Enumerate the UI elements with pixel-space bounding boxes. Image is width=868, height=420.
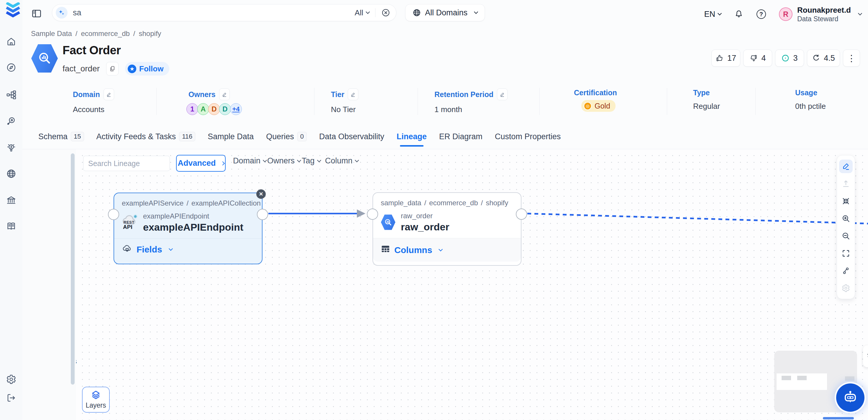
user-name: Rounakpreet.d (797, 5, 851, 15)
tab-schema[interactable]: Schema15 (38, 127, 84, 146)
sidebar-toggle-icon[interactable] (31, 8, 42, 19)
version-button[interactable]: 4.5 (807, 50, 840, 67)
downvote-button[interactable]: 4 (743, 50, 772, 67)
chevron-down-icon (718, 11, 722, 16)
edit-domain-icon[interactable] (103, 88, 114, 100)
global-search-bar[interactable]: All (52, 4, 396, 21)
edge-widget-card[interactable] (863, 346, 868, 367)
edit-owners-icon[interactable] (219, 88, 230, 100)
lineage-canvas[interactable]: Tables Dashboards Topics ML Models Conta… (23, 149, 868, 420)
upvote-button[interactable]: 17 (711, 50, 740, 67)
owner-avatar[interactable]: D (208, 103, 220, 115)
breadcrumb-link[interactable]: Sample Data (31, 30, 72, 38)
search-clear-icon[interactable] (381, 8, 390, 17)
user-avatar[interactable]: R (779, 7, 793, 21)
help-icon[interactable]: ? (756, 9, 766, 19)
search-input[interactable] (73, 8, 355, 18)
info-owners: Owners 1 A D D +4 (157, 88, 314, 115)
entity-drag-panel (23, 149, 76, 420)
export-lineage-button[interactable] (837, 175, 855, 192)
chevron-down-icon (474, 10, 478, 14)
zoom-out-button[interactable] (837, 227, 855, 244)
filter-tag-dropdown[interactable]: Tag (302, 156, 320, 166)
follow-button[interactable]: ★ Follow (125, 62, 169, 76)
glossary-book-icon[interactable] (5, 220, 18, 233)
table-grid-icon (381, 244, 390, 256)
lineage-node-exampleapiendpoint[interactable]: ✕ exampleAPIService/exampleAPICollection… (114, 192, 262, 264)
lineage-flow-icon[interactable] (5, 88, 18, 101)
assistant-chat-button[interactable] (836, 384, 864, 412)
node-breadcrumb: sample_data/ecommerce_db/shopify (373, 193, 521, 207)
edit-lineage-button[interactable] (837, 157, 855, 175)
explore-compass-icon[interactable] (5, 61, 18, 74)
lineage-search-input[interactable] (88, 159, 183, 168)
owner-avatar-more[interactable]: +4 (230, 103, 242, 115)
domains-globe-icon[interactable] (5, 168, 18, 180)
lineage-node-raw-order[interactable]: sample_data/ecommerce_db/shopify raw_ord… (373, 192, 522, 266)
zoom-in-button[interactable] (837, 210, 855, 227)
observability-search-icon[interactable] (5, 115, 18, 127)
api-cloud-icon (122, 244, 132, 254)
tab-sample-data[interactable]: Sample Data (208, 127, 254, 146)
layers-button[interactable]: Layers (82, 387, 110, 413)
breadcrumb-separator: / (75, 30, 78, 38)
tab-er-diagram[interactable]: ER Diagram (439, 127, 483, 146)
breadcrumb-link[interactable]: ecommerce_db (81, 30, 129, 38)
node-handle-left[interactable] (367, 209, 378, 220)
settings-gear-icon[interactable] (5, 373, 18, 386)
notifications-bell-icon[interactable] (734, 9, 744, 19)
more-actions-button[interactable]: ⋮ (843, 50, 860, 67)
app-logo[interactable] (6, 2, 20, 20)
ai-sparkle-icon (56, 7, 67, 19)
chevron-right-icon (220, 161, 224, 165)
tab-lineage[interactable]: Lineage (397, 127, 427, 146)
user-menu[interactable]: R Rounakpreet.d Data Steward (779, 5, 862, 23)
insights-bulb-icon[interactable] (5, 142, 18, 154)
govern-bank-icon[interactable] (5, 194, 18, 206)
home-icon[interactable] (5, 35, 18, 48)
minimap-node (797, 376, 807, 380)
all-domains-button[interactable]: All Domains (405, 4, 485, 21)
connect-nodes-button[interactable] (837, 262, 855, 279)
lineage-toolbar-right (837, 155, 855, 299)
chevron-down-icon (858, 11, 862, 16)
tab-queries[interactable]: Queries0 (266, 127, 307, 146)
node-name: raw_order (401, 221, 449, 233)
edit-retention-icon[interactable] (497, 88, 507, 100)
logout-icon[interactable] (5, 392, 18, 404)
fit-view-button[interactable] (837, 244, 855, 262)
panel-scrollbar[interactable] (71, 153, 74, 385)
info-tier: Tier No Tier (314, 88, 418, 115)
certification-badge: ◎ Gold (581, 100, 616, 112)
node-handle-right[interactable] (257, 209, 268, 220)
owner-avatar[interactable]: D (219, 103, 231, 115)
search-scope-dropdown[interactable]: All (355, 8, 369, 18)
advanced-filter-button[interactable]: Advanced (176, 155, 226, 172)
lineage-settings-button[interactable] (837, 279, 855, 297)
filter-column-dropdown[interactable]: Column (325, 156, 358, 166)
filter-domain-dropdown[interactable]: Domain (233, 156, 266, 166)
owner-avatar[interactable]: 1 (186, 103, 198, 115)
page-title: Fact Order (63, 44, 121, 57)
collapse-view-button[interactable] (837, 192, 855, 210)
lineage-search-box[interactable] (83, 156, 170, 171)
tasks-button[interactable]: 3 (775, 50, 804, 67)
node-columns-expander[interactable]: Columns (373, 238, 521, 262)
filter-owners-dropdown[interactable]: Owners (267, 156, 301, 166)
minimap-node (845, 376, 855, 381)
node-fields-expander[interactable]: Fields (114, 238, 262, 261)
owner-avatar[interactable]: A (197, 103, 209, 115)
copy-icon[interactable] (106, 62, 119, 76)
canvas-horizontal-scrollbar[interactable] (823, 417, 854, 419)
tab-data-observability[interactable]: Data Observability (319, 127, 384, 146)
tab-activity-feeds[interactable]: Activity Feeds & Tasks116 (96, 127, 195, 146)
edit-tier-icon[interactable] (348, 88, 358, 100)
node-handle-right[interactable] (516, 209, 527, 220)
table-service-icon (31, 44, 58, 73)
node-close-icon[interactable]: ✕ (256, 189, 266, 199)
breadcrumb-link[interactable]: shopify (139, 30, 161, 38)
tab-custom-properties[interactable]: Custom Properties (495, 127, 561, 146)
node-handle-left[interactable] (108, 209, 119, 220)
language-selector[interactable]: EN (704, 10, 721, 19)
layers-icon (90, 390, 101, 400)
